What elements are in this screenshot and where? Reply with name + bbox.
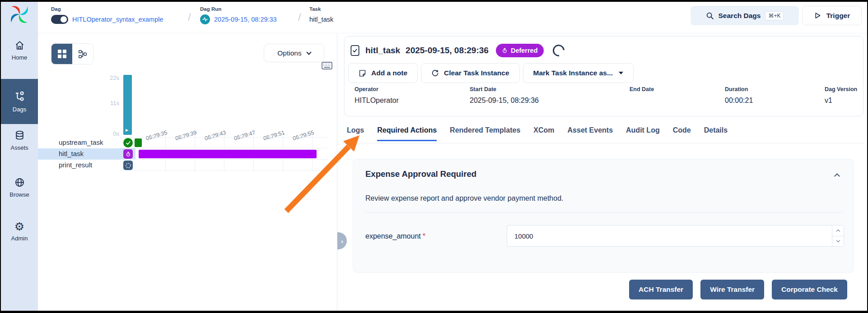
expense-amount-input[interactable] [507, 225, 844, 247]
collapse-card-button[interactable] [832, 170, 842, 180]
note-icon [359, 69, 366, 77]
chevron-down-icon [306, 50, 311, 55]
clear-task-instance-button[interactable]: Clear Task Instance [421, 63, 519, 83]
tab-audit-log[interactable]: Audit Log [626, 126, 660, 140]
gantt-row-divider [120, 170, 328, 171]
meta-label: Operator [355, 86, 399, 92]
deferred-watch-icon [502, 48, 508, 54]
sidebar-item-home[interactable]: Home [1, 40, 38, 69]
meta-label: Dag Version [825, 86, 857, 92]
view-toggle-group [51, 43, 93, 64]
dag-run-label: Dag Run [200, 6, 277, 12]
sidebar-item-label: Dags [13, 106, 26, 113]
meta-value: v1 [825, 97, 857, 105]
task-name-label[interactable]: hitl_task [59, 150, 84, 157]
task-name: hitl_task [309, 16, 333, 23]
assets-icon [14, 130, 25, 141]
task-label: Task [309, 6, 333, 12]
sidebar-item-browse[interactable]: Browse [1, 177, 38, 205]
airflow-window: Home Dags Assets Browse ⚙ Admi [0, 0, 868, 313]
ach-transfer-button[interactable]: ACH Transfer [629, 280, 693, 299]
graph-icon [78, 50, 87, 59]
task-document-icon [350, 45, 360, 56]
card-divider [365, 212, 842, 213]
trigger-button[interactable]: Trigger [802, 6, 862, 25]
no-status-state-icon[interactable] [123, 161, 133, 170]
dag-run-link[interactable]: 2025-09-15, 08:29:33 [214, 16, 277, 23]
wire-transfer-button[interactable]: Wire Transfer [700, 280, 764, 299]
toggle-knob [61, 16, 67, 23]
breadcrumb-dag-run: Dag Run 2025-09-15, 08:29:33 [200, 6, 277, 24]
panel-expand-handle[interactable]: › [337, 232, 347, 249]
approval-card-title: Expense Approval Required [365, 169, 476, 179]
meta-value: 2025-09-15, 08:29:36 [470, 97, 539, 105]
tab-xcom[interactable]: XCom [533, 126, 554, 140]
mark-task-instance-as-button[interactable]: Mark Task Instance as... [523, 63, 634, 83]
keyboard-icon [322, 61, 332, 70]
caret-down-icon [619, 72, 623, 74]
task-name-label[interactable]: print_result [59, 161, 92, 169]
dag-run-state-icon [200, 14, 210, 24]
tab-required-actions[interactable]: Required Actions [377, 126, 437, 141]
tab-code[interactable]: Code [673, 126, 691, 140]
task-name-label[interactable]: upstream_task [59, 138, 103, 146]
airflow-logo[interactable] [10, 5, 29, 24]
search-label: Search Dags [719, 12, 761, 20]
options-button[interactable]: Options [264, 44, 324, 62]
meta-operator: Operator HITLOperator [355, 86, 399, 105]
tab-logs[interactable]: Logs [347, 126, 364, 140]
chevron-up-icon [834, 173, 840, 179]
trigger-label: Trigger [826, 12, 850, 20]
search-dags-button[interactable]: Search Dags ⌘+K [691, 6, 799, 25]
meta-value: 00:00:21 [725, 97, 753, 105]
breadcrumb-dag: Dag HITLOperator_syntax_example [51, 6, 163, 24]
sidebar-item-label: Home [12, 54, 28, 61]
grid-view-button[interactable] [51, 44, 72, 64]
task-instance-timestamp: 2025-09-15, 08:29:36 [406, 46, 489, 55]
meta-end-date: End Date [630, 86, 654, 105]
duration-axis-tick: 22s [92, 74, 119, 81]
dag-name-link[interactable]: HITLOperator_syntax_example [72, 16, 163, 23]
tab-details[interactable]: Details [704, 126, 728, 140]
play-icon [814, 12, 821, 19]
gear-icon: ⚙ [14, 221, 24, 232]
chevron-down-icon [836, 239, 840, 242]
meta-start-date: Start Date 2025-09-15, 08:29:36 [470, 86, 539, 105]
panel-divider [337, 33, 337, 311]
deferred-state-icon[interactable] [123, 149, 133, 159]
clear-task-instance-label: Clear Task Instance [444, 69, 509, 77]
graph-view-button[interactable] [72, 44, 93, 64]
approval-card-description: Review expense report and approve vendor… [365, 194, 563, 203]
grid-icon [58, 50, 66, 58]
tab-asset-events[interactable]: Asset Events [568, 126, 613, 140]
sidebar-item-admin[interactable]: ⚙ Admin [1, 221, 38, 250]
increment-button[interactable] [832, 226, 844, 236]
sidebar-item-assets[interactable]: Assets [1, 130, 38, 158]
success-state-icon[interactable] [123, 138, 133, 147]
sidebar-item-dags[interactable]: Dags [1, 79, 38, 124]
add-note-button[interactable]: Add a note [348, 63, 418, 83]
gantt-rows: upstream_task hitl_task print_result [38, 137, 328, 171]
corporate-check-button[interactable]: Corporate Check [772, 280, 847, 299]
airflow-pinwheel-icon [10, 5, 29, 24]
loading-spinner [550, 42, 567, 59]
required-marker: * [423, 232, 425, 240]
tab-rendered-templates[interactable]: Rendered Templates [450, 126, 520, 140]
meta-dag-version: Dag Version v1 [825, 86, 857, 105]
field-name: expense_amount [365, 232, 421, 240]
dag-pause-toggle[interactable] [51, 15, 68, 24]
dags-icon [14, 91, 26, 103]
duration-axis-tick: 11s [92, 100, 119, 106]
mark-task-instance-as-label: Mark Task Instance as... [533, 69, 613, 77]
meta-value: HITLOperator [355, 97, 399, 105]
response-options: ACH Transfer Wire Transfer Corporate Che… [629, 280, 847, 299]
meta-label: Start Date [470, 86, 539, 92]
search-shortcut-badge: ⌘+K [765, 11, 784, 20]
dag-label: Dag [51, 6, 163, 12]
decrement-button[interactable] [832, 236, 844, 247]
task-bar-upstream[interactable] [135, 138, 142, 147]
task-bar-hitl[interactable] [139, 150, 317, 158]
search-icon [706, 12, 714, 20]
task-instance-title: hitl_task [365, 46, 400, 55]
keyboard-shortcuts-button[interactable] [321, 60, 333, 71]
